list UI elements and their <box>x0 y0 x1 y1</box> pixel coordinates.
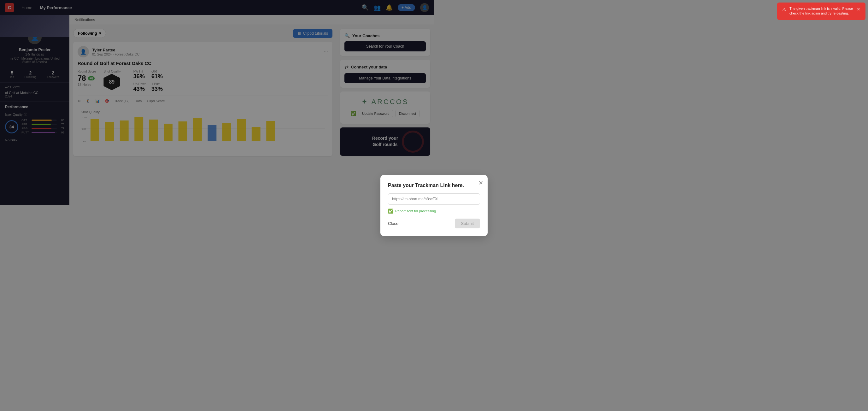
trackman-modal: ✕ Paste your Trackman Link here. ✅ Repor… <box>380 175 434 205</box>
modal-title: Paste your Trackman Link here. <box>388 183 434 188</box>
modal-overlay[interactable]: ✕ Paste your Trackman Link here. ✅ Repor… <box>0 0 434 205</box>
trackman-link-input[interactable] <box>388 193 434 205</box>
